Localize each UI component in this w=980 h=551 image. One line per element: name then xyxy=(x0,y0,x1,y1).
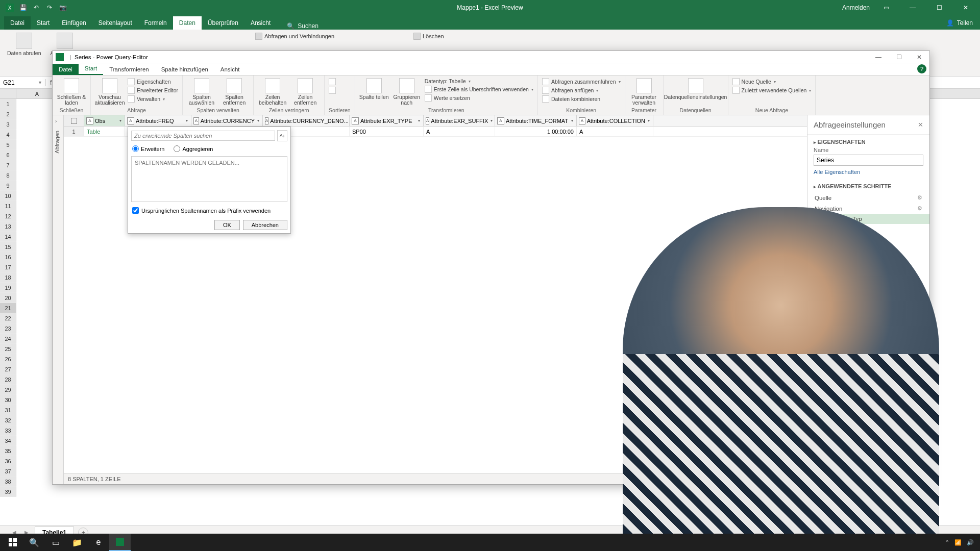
row-header[interactable]: 28 xyxy=(0,374,16,385)
pq-tab-ansicht[interactable]: Ansicht xyxy=(214,64,246,75)
start-button[interactable] xyxy=(2,534,23,551)
daten-abrufen-icon[interactable] xyxy=(16,33,32,49)
pq-column-header[interactable]: AAttribute:EXR_SUFFIX▾ xyxy=(424,115,495,126)
minimize-icon[interactable]: — xyxy=(902,0,923,15)
pq-cell[interactable]: Table xyxy=(84,127,125,136)
row-header[interactable]: 26 xyxy=(0,354,16,364)
pq-cell[interactable]: A xyxy=(424,127,495,136)
pq-column-header[interactable]: AObs▾ xyxy=(84,115,125,126)
pq-column-header[interactable]: AAttribute:COLLECTION▾ xyxy=(577,115,653,126)
loeschen-button[interactable]: Löschen xyxy=(413,32,444,41)
abfragen-verbindungen[interactable]: Abfragen und Verbindungen xyxy=(255,32,334,41)
filter-icon[interactable]: ▾ xyxy=(185,118,189,123)
pq-column-header[interactable]: AAttribute:TIME_FORMAT▾ xyxy=(495,115,577,126)
row-header[interactable]: 15 xyxy=(0,242,16,252)
network-icon[interactable]: 📶 xyxy=(954,539,962,546)
row-header[interactable]: 8 xyxy=(0,170,16,181)
pq-tab-spalte-hinzufuegen[interactable]: Spalte hinzufügen xyxy=(155,64,214,75)
pq-corner[interactable] xyxy=(64,115,84,126)
pq-tab-datei[interactable]: Datei xyxy=(53,64,79,75)
row-header[interactable]: 18 xyxy=(0,272,16,283)
pq-cell[interactable]: SP00 xyxy=(350,127,424,136)
tab-start[interactable]: Start xyxy=(31,16,56,30)
row-header[interactable]: 27 xyxy=(0,364,16,374)
row-header[interactable]: 33 xyxy=(0,425,16,436)
filter-icon[interactable]: ▾ xyxy=(489,118,494,123)
row-header[interactable]: 23 xyxy=(0,323,16,334)
row-header[interactable]: 34 xyxy=(0,436,16,446)
row-header[interactable]: 29 xyxy=(0,385,16,395)
pq-column-header[interactable]: AAttribute:FREQ▾ xyxy=(125,115,191,126)
tab-einfuegen[interactable]: Einfügen xyxy=(56,16,92,30)
pq-column-header[interactable]: AAttribute:CURRENCY_DENO...▾ xyxy=(263,115,350,126)
aus-text-icon[interactable] xyxy=(57,33,73,49)
pq-cell[interactable]: 1.00:00:00 xyxy=(495,127,577,136)
applied-step[interactable]: Quelle⚙ xyxy=(807,192,929,203)
ribbon-display-icon[interactable]: ▭ xyxy=(876,0,896,15)
row-header[interactable]: 19 xyxy=(0,283,16,293)
select-all-corner[interactable] xyxy=(0,89,16,98)
row-header[interactable]: 5 xyxy=(0,140,16,150)
combine-files-button[interactable]: Dateien kombinieren xyxy=(542,95,621,103)
pq-tab-transformieren[interactable]: Transformieren xyxy=(103,64,155,75)
sound-icon[interactable]: 🔊 xyxy=(967,539,974,546)
datatype-button[interactable]: Datentyp: Tabelle▾ xyxy=(425,78,533,85)
filter-icon[interactable]: ▾ xyxy=(118,118,122,123)
prefix-checkbox[interactable] xyxy=(132,207,139,214)
row-header[interactable]: 14 xyxy=(0,232,16,242)
close-load-button[interactable]: Schließen & laden xyxy=(57,77,86,106)
pq-column-header[interactable]: AAttribute:CURRENCY▾ xyxy=(191,115,263,126)
new-source-button[interactable]: Neue Quelle▾ xyxy=(732,78,812,86)
row-header[interactable]: 7 xyxy=(0,160,16,170)
tab-ueberpruefen[interactable]: Überprüfen xyxy=(202,16,244,30)
row-header[interactable]: 22 xyxy=(0,313,16,323)
refresh-preview-button[interactable]: Vorschau aktualisieren xyxy=(95,77,125,106)
signin-link[interactable]: Anmelden xyxy=(842,4,870,11)
pq-column-header[interactable]: AAttribute:EXR_TYPE▾ xyxy=(350,115,424,126)
row-header[interactable]: 16 xyxy=(0,252,16,262)
taskview-icon[interactable]: ▭ xyxy=(45,534,66,551)
manage-params-button[interactable]: Parameter verwalten xyxy=(629,77,659,106)
queries-pane-collapsed[interactable]: › Abfragen xyxy=(53,115,64,484)
remove-columns-button[interactable]: Spalten entfernen xyxy=(219,77,249,106)
sort-button[interactable]: A↓ xyxy=(277,130,287,141)
share-button[interactable]: 👤 Teilen xyxy=(939,16,980,30)
manage-button[interactable]: Verwalten▾ xyxy=(128,95,178,103)
keep-rows-button[interactable]: Zeilen beibehalten xyxy=(258,77,287,106)
row-header[interactable]: 25 xyxy=(0,344,16,354)
advanced-editor-button[interactable]: Erweiterter Editor xyxy=(128,86,178,94)
pq-close-icon[interactable]: ✕ xyxy=(909,51,929,63)
gear-icon[interactable]: ⚙ xyxy=(917,194,922,201)
all-properties-link[interactable]: Alle Eigenschaften xyxy=(807,169,929,179)
row-header[interactable]: 12 xyxy=(0,211,16,221)
remove-rows-button[interactable]: Zeilen entfernen xyxy=(290,77,320,106)
row-header[interactable]: 6 xyxy=(0,150,16,160)
row-header[interactable]: 21 xyxy=(0,303,16,313)
radio-aggregieren[interactable]: Aggregieren xyxy=(174,145,213,152)
group-by-button[interactable]: Gruppieren nach xyxy=(392,77,422,106)
expand-search-input[interactable] xyxy=(131,131,275,141)
merge-queries-button[interactable]: Abfragen zusammenführen▾ xyxy=(542,78,621,86)
replace-values-button[interactable]: Werte ersetzen xyxy=(425,94,533,102)
cancel-button[interactable]: Abbrechen xyxy=(243,220,287,230)
tab-ansicht[interactable]: Ansicht xyxy=(244,16,277,30)
tray-chevron-icon[interactable]: ⌃ xyxy=(945,539,949,546)
tab-datei[interactable]: Datei xyxy=(4,16,31,30)
row-header[interactable]: 3 xyxy=(0,119,16,130)
row-header[interactable]: 38 xyxy=(0,477,16,487)
row-header[interactable]: 31 xyxy=(0,405,16,415)
filter-icon[interactable]: ▾ xyxy=(570,118,574,123)
close-icon[interactable]: ✕ xyxy=(955,0,976,15)
pq-help-icon[interactable]: ? xyxy=(917,64,926,73)
row-header[interactable]: 24 xyxy=(0,334,16,344)
append-queries-button[interactable]: Abfragen anfügen▾ xyxy=(542,86,621,94)
split-column-button[interactable]: Spalte teilen xyxy=(359,77,389,100)
filter-icon[interactable]: ▾ xyxy=(647,118,651,123)
pq-tab-start[interactable]: Start xyxy=(79,63,103,75)
undo-icon[interactable]: ↶ xyxy=(32,3,41,12)
row-header[interactable]: 4 xyxy=(0,130,16,140)
pq-minimize-icon[interactable]: — xyxy=(868,51,889,63)
pq-cell[interactable]: A xyxy=(577,127,653,136)
filter-icon[interactable]: ▾ xyxy=(256,118,260,123)
row-header[interactable]: 30 xyxy=(0,395,16,405)
